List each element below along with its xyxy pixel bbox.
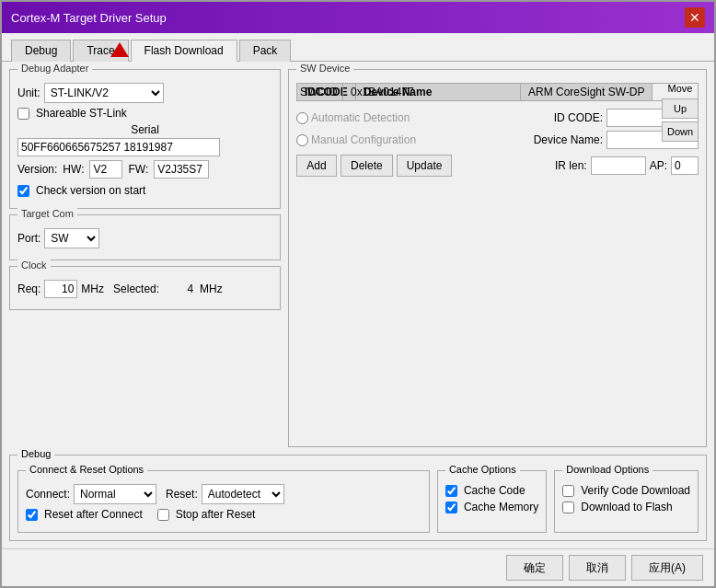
fw-input[interactable] — [154, 160, 209, 179]
clock-label: Clock — [17, 259, 51, 271]
download-options-label: Download Options — [562, 464, 652, 475]
target-com-label: Target Com — [17, 208, 77, 219]
download-options-group: Download Options Verify Code Download Do… — [554, 470, 699, 533]
update-button[interactable]: Update — [397, 155, 453, 177]
footer: 确定 取消 应用(A) — [2, 548, 714, 586]
hw-input[interactable] — [89, 160, 122, 179]
manual-config-wrapper: Manual Configuration — [296, 133, 416, 146]
connect-row: Connect: Normal Reset: Autodetect — [26, 484, 422, 504]
serial-label: Serial — [131, 123, 159, 136]
up-button[interactable]: Up — [662, 98, 699, 119]
clock-row: Req: MHz Selected: MHz — [17, 280, 272, 298]
clock-group: Clock Req: MHz Selected: MHz — [9, 266, 281, 310]
auto-detection-radio[interactable] — [296, 112, 308, 124]
apply-button[interactable]: 应用(A) — [631, 555, 703, 581]
cache-code-row: Cache Code — [445, 484, 538, 497]
sw-device-group: SW Device IDCODE Device Name — [288, 69, 707, 447]
ap-input[interactable] — [671, 156, 699, 175]
swdio-data-table: 0x1BA01477 ARM CoreSight SW-DP — [342, 83, 699, 101]
right-panel: SW Device IDCODE Device Name — [288, 69, 707, 447]
debug-section: Debug Connect & Reset Options Connect: N… — [9, 455, 707, 541]
delete-button[interactable]: Delete — [341, 155, 393, 177]
check-version-checkbox[interactable] — [17, 185, 29, 197]
download-checkbox[interactable] — [562, 502, 574, 513]
reset-label: Reset: — [166, 488, 198, 501]
connect-select[interactable]: Normal — [74, 484, 156, 504]
close-button[interactable]: ✕ — [685, 7, 705, 28]
debug-adapter-label: Debug Adapter — [17, 63, 92, 74]
cache-code-checkbox[interactable] — [445, 485, 457, 497]
action-row: Add Delete Update IR len: AP: — [296, 155, 699, 177]
arrow-indicator — [110, 42, 129, 57]
auto-detection-row: Automatic Detection ID CODE: — [296, 109, 699, 127]
unit-row: Unit: ST-LINK/V2 — [17, 83, 272, 103]
stop-after-reset-checkbox[interactable] — [157, 509, 169, 521]
tab-pack[interactable]: Pack — [239, 40, 292, 62]
ir-len-input[interactable] — [591, 156, 646, 175]
shareable-checkbox[interactable] — [17, 108, 29, 120]
add-button[interactable]: Add — [296, 155, 337, 177]
cache-memory-label: Cache Memory — [464, 501, 538, 513]
spacer — [9, 316, 281, 447]
verify-checkbox[interactable] — [562, 485, 574, 497]
stop-after-reset-label: Stop after Reset — [176, 508, 256, 521]
id-code-label: ID CODE: — [554, 111, 603, 124]
ap-label: AP: — [650, 159, 667, 172]
unit-label: Unit: — [17, 86, 40, 99]
req-label: Req: — [17, 282, 40, 295]
download-label: Download to Flash — [581, 501, 672, 513]
cancel-button[interactable]: 取消 — [569, 555, 626, 581]
left-panel: Debug Adapter Unit: ST-LINK/V2 Shareable… — [9, 69, 281, 447]
shareable-label: Shareable ST-Link — [36, 107, 127, 120]
title-bar: Cortex-M Target Driver Setup ✕ — [2, 2, 714, 33]
sw-table-wrapper: IDCODE Device Name S — [296, 83, 699, 101]
swdio-label: SWDIO — [296, 83, 342, 101]
selected-input — [163, 280, 196, 298]
download-row: Download to Flash — [562, 501, 690, 513]
tab-debug[interactable]: Debug — [11, 40, 71, 62]
reset-after-connect-checkbox[interactable] — [26, 509, 38, 521]
device-name-label: Device Name: — [534, 133, 603, 146]
port-label: Port: — [17, 232, 40, 245]
verify-label: Verify Code Download — [581, 484, 690, 497]
manual-config-radio[interactable] — [296, 134, 308, 146]
auto-detect-wrapper: Automatic Detection — [296, 111, 410, 124]
req-input[interactable] — [44, 280, 77, 298]
debug-inner: Connect & Reset Options Connect: Normal … — [17, 461, 699, 533]
serial-row — [17, 138, 272, 156]
tab-flash-download[interactable]: Flash Download — [131, 40, 237, 62]
version-row: Version: HW: FW: — [17, 160, 272, 179]
reset-select[interactable]: Autodetect — [202, 484, 284, 504]
connect-reset-group: Connect & Reset Options Connect: Normal … — [17, 470, 430, 533]
target-com-group: Target Com Port: SW — [9, 214, 281, 260]
cache-memory-checkbox[interactable] — [445, 502, 457, 513]
move-label: Move — [662, 83, 699, 94]
cache-options-label: Cache Options — [445, 464, 520, 475]
check-version-row: Check version on start — [17, 184, 272, 197]
idcode-cell: 0x1BA01477 — [343, 84, 521, 101]
main-window: Cortex-M Target Driver Setup ✕ Debug Tra… — [0, 0, 716, 588]
ok-button[interactable]: 确定 — [506, 555, 563, 581]
cache-code-label: Cache Code — [464, 484, 525, 497]
ir-len-label: IR len: — [555, 159, 587, 172]
check-version-label: Check version on start — [36, 184, 145, 197]
reset-after-connect-label: Reset after Connect — [44, 508, 143, 521]
port-row: Port: SW — [17, 228, 272, 248]
port-select[interactable]: SW — [44, 228, 99, 248]
tab-bar: Debug Trace Flash Download Pack — [2, 33, 714, 62]
swdio-row-wrapper: SWDIO 0x1BA01477 ARM CoreSight SW-DP — [296, 83, 699, 101]
serial-input[interactable] — [17, 138, 220, 156]
manual-config-row: Manual Configuration Device Name: — [296, 131, 699, 149]
hw-label: HW: — [63, 163, 84, 176]
swdio-prefix-cell — [297, 101, 356, 106]
debug-section-label: Debug — [17, 448, 54, 459]
swdio-data-row[interactable]: 0x1BA01477 ARM CoreSight SW-DP — [343, 84, 699, 101]
connect-reset-label: Connect & Reset Options — [26, 464, 147, 475]
window-title: Cortex-M Target Driver Setup — [11, 11, 167, 25]
reset-after-connect-row: Reset after Connect Stop after Reset — [26, 508, 422, 521]
main-content: Debug Adapter Unit: ST-LINK/V2 Shareable… — [2, 62, 714, 455]
unit-select[interactable]: ST-LINK/V2 — [44, 83, 164, 103]
down-button[interactable]: Down — [662, 121, 699, 142]
table-row[interactable] — [297, 101, 652, 106]
mhz1-label: MHz — [81, 282, 104, 295]
